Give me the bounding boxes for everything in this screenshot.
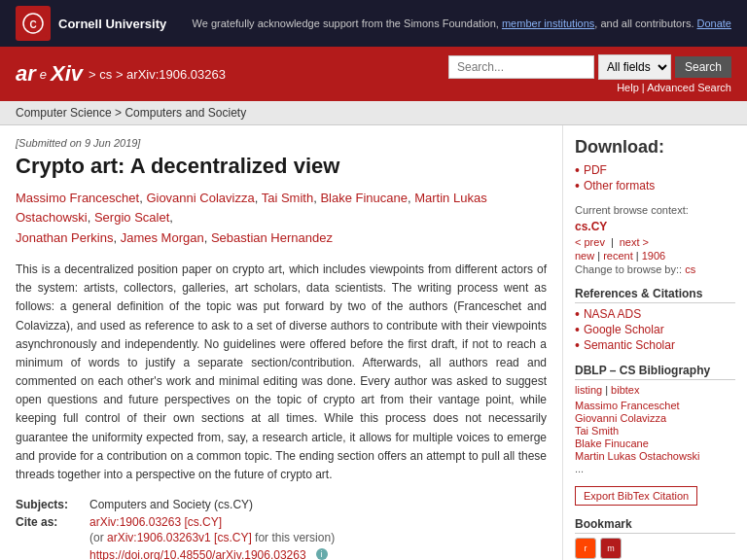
semantic-scholar-item: Semantic Scholar	[575, 338, 735, 352]
change-browse-by: Change to browse by:: cs	[575, 263, 735, 275]
doi-info-icon[interactable]: i	[316, 548, 328, 560]
author-link[interactable]: Tai Smith	[262, 191, 313, 205]
nav-bar: ar e Xiv > cs > arXiv:1906.03263 All fie…	[0, 47, 747, 101]
dblp-listing-link[interactable]: listing	[575, 384, 602, 396]
subjects-row: Subjects: Computers and Society (cs.CY)	[16, 498, 547, 511]
arxiv-cite-link[interactable]: arXiv:1906.03263 [cs.CY]	[89, 515, 222, 529]
breadcrumb-cs-cy-link[interactable]: Computers and Society	[124, 106, 246, 120]
doi-link[interactable]: https://doi.org/10.48550/arXiv.1906.0326…	[89, 548, 306, 560]
help-links: Help | Advanced Search	[617, 82, 731, 93]
author-link[interactable]: Jonathan Perkins	[16, 230, 113, 245]
recent-link[interactable]: recent	[603, 250, 633, 262]
dblp-author-5[interactable]: Martin Lukas Ostachowski	[575, 450, 699, 462]
nasa-ads-link[interactable]: NASA ADS	[584, 307, 641, 321]
arxiv-logo: ar e Xiv	[16, 61, 83, 87]
dblp-authors: Massimo Franceschet Giovanni Colavizza T…	[575, 400, 735, 474]
author-link[interactable]: Sebastian Hernandez	[211, 230, 333, 245]
subjects-value: Computers and Society (cs.CY)	[89, 498, 253, 511]
reddit-bookmark[interactable]: r	[575, 538, 596, 559]
arxiv-cite-v1-link[interactable]: arXiv:1906.03263v1 [cs.CY]	[107, 531, 252, 544]
breadcrumb-cs-link[interactable]: Computer Science	[16, 106, 112, 120]
main-layout: [Submitted on 9 Jun 2019] Crypto art: A …	[0, 125, 747, 560]
browse-nav: < prev | next >	[575, 236, 735, 248]
cite-also-value: (or arXiv:1906.03263v1 [cs.CY] for this …	[89, 531, 335, 544]
content-area: [Submitted on 9 Jun 2019] Crypto art: A …	[0, 125, 562, 560]
new-link[interactable]: new	[575, 250, 594, 262]
top-bar: C Cornell University We gratefully ackno…	[0, 0, 747, 47]
cornell-logo: C Cornell University	[16, 6, 166, 41]
nasa-ads-item: NASA ADS	[575, 307, 735, 321]
search-area: All fields Search	[448, 54, 731, 80]
university-name: Cornell University	[58, 17, 166, 31]
dblp-bibtex-link[interactable]: bibtex	[611, 384, 639, 396]
pdf-item: PDF	[575, 163, 735, 177]
donate-link[interactable]: Donate	[697, 18, 731, 29]
export-section: Export BibTex Citation	[575, 486, 735, 506]
other-formats-link[interactable]: Other formats	[584, 179, 655, 192]
next-link[interactable]: next >	[620, 236, 649, 248]
bookmark-icons: r m	[575, 538, 735, 559]
google-scholar-item: Google Scholar	[575, 323, 735, 336]
advanced-search-link[interactable]: Advanced Search	[647, 82, 731, 93]
author-link[interactable]: Blake Finucane	[320, 191, 408, 205]
dblp-author-1[interactable]: Massimo Franceschet	[575, 400, 680, 411]
dblp-section: DBLP – CS Bibliography listing | bibtex …	[575, 364, 735, 474]
doi-row: https://doi.org/10.48550/arXiv.1906.0326…	[89, 548, 547, 560]
author-link[interactable]: Sergio Scalet	[94, 210, 169, 225]
export-bibtex-button[interactable]: Export BibTex Citation	[575, 486, 697, 506]
paper-title: Crypto art: A decentralized view	[16, 153, 547, 181]
references-section: References & Citations NASA ADS Google S…	[575, 287, 735, 352]
author-link[interactable]: Giovanni Colavizza	[146, 191, 254, 205]
author-link[interactable]: James Morgan	[121, 230, 204, 245]
google-scholar-link[interactable]: Google Scholar	[584, 323, 664, 336]
search-field-select[interactable]: All fields	[598, 54, 671, 80]
semantic-scholar-link[interactable]: Semantic Scholar	[584, 338, 675, 352]
help-link[interactable]: Help	[617, 82, 639, 93]
cite-also-row: (or arXiv:1906.03263v1 [cs.CY] for this …	[89, 531, 547, 544]
breadcrumb: Computer Science > Computers and Society	[0, 101, 747, 125]
cite-as-row: Cite as: arXiv:1906.03263 [cs.CY]	[16, 515, 547, 529]
bookmark-title: Bookmark	[575, 517, 735, 534]
browse-context-section: Current browse context: cs.CY < prev | n…	[575, 204, 735, 275]
author-link[interactable]: Massimo Franceschet	[16, 191, 139, 205]
prev-link[interactable]: < prev	[575, 236, 605, 248]
submitted-date: [Submitted on 9 Jun 2019]	[16, 137, 547, 149]
browse-context-label: Current browse context:	[575, 204, 735, 216]
top-notice: We gratefully acknowledge support from t…	[193, 18, 731, 29]
member-institutions-link[interactable]: member institutions	[502, 18, 594, 29]
references-title: References & Citations	[575, 287, 735, 303]
dblp-author-2[interactable]: Giovanni Colavizza	[575, 412, 666, 424]
year-link[interactable]: 1906	[642, 250, 665, 262]
dblp-title: DBLP – CS Bibliography	[575, 364, 735, 380]
nav-right-area: All fields Search Help | Advanced Search	[448, 54, 731, 93]
svg-text:C: C	[29, 19, 36, 30]
download-title: Download:	[575, 137, 735, 158]
dblp-author-4[interactable]: Blake Finucane	[575, 438, 649, 449]
search-button[interactable]: Search	[675, 56, 731, 78]
cs-browse-link[interactable]: cs	[685, 263, 695, 275]
abstract: This is a decentralized position paper o…	[16, 261, 547, 484]
download-section: Download: PDF Other formats	[575, 137, 735, 192]
cite-as-value: arXiv:1906.03263 [cs.CY]	[89, 515, 222, 529]
bookmark-section: Bookmark r m	[575, 517, 735, 559]
cornell-shield: C	[16, 6, 51, 41]
other-formats-item: Other formats	[575, 179, 735, 192]
pdf-link[interactable]: PDF	[584, 163, 607, 177]
browse-context-value: cs.CY	[575, 220, 607, 233]
nav-path: > cs > arXiv:1906.03263	[89, 67, 226, 82]
authors-list: Massimo Franceschet, Giovanni Colavizza,…	[16, 189, 547, 249]
dblp-author-3[interactable]: Tai Smith	[575, 425, 619, 437]
mendeley-bookmark[interactable]: m	[600, 538, 622, 559]
search-input[interactable]	[448, 55, 594, 79]
dblp-more-authors: ...	[575, 463, 735, 474]
sidebar: Download: PDF Other formats Current brow…	[562, 125, 747, 560]
